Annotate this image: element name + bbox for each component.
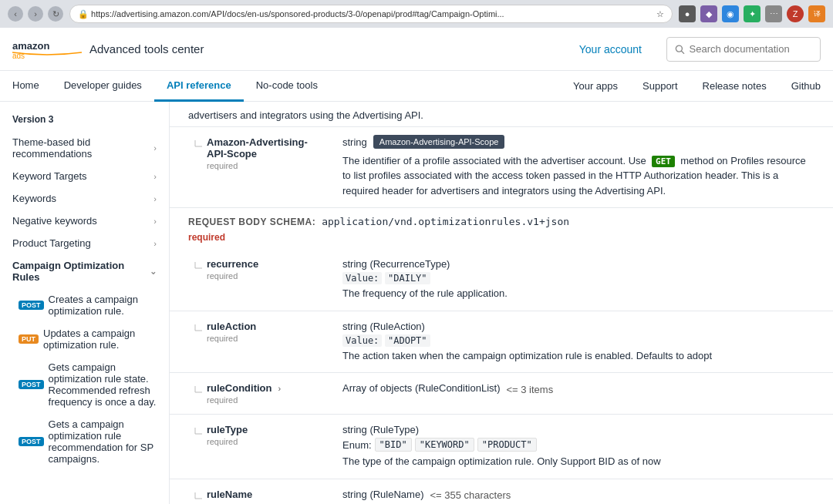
sidebar-item-label: Theme-based bid recommendations [12,136,153,160]
tab-api-reference[interactable]: API reference [154,71,244,102]
rule-action-name-group: ruleAction required [207,321,256,343]
sidebar-item-keywords[interactable]: Keywords › [0,187,169,210]
field-name-group: Amazon-Advertising-API-Scope required [207,136,324,170]
nav-support[interactable]: Support [630,71,690,102]
lock-icon: 🔒 [78,9,89,19]
bookmark-icon: ☆ [656,9,664,19]
expand-icon[interactable]: › [278,384,282,393]
field-left-api-scope: Amazon-Advertising-API-Scope required [170,127,324,208]
rule-name-field-left: ruleName [170,479,324,505]
sidebar-item-label: Campaign Optimization Rules [12,260,150,283]
sidebar: Version 3 Theme-based bid recommendation… [0,102,170,504]
rule-type-name-group: ruleType required [207,424,248,446]
rule-action-field-left: ruleAction required [170,311,324,373]
main-layout: Version 3 Theme-based bid recommendation… [0,102,833,504]
nav-tabs: Home Developer guides API reference No-c… [0,71,833,102]
connector-icon [188,321,202,337]
rule-action-field-right: string (RuleAction) Value: "ADOPT" The a… [324,311,833,373]
field-required: required [207,395,281,405]
sidebar-item-keyword-targets[interactable]: Keyword Targets › [0,165,169,187]
field-type: Array of objects (RuleConditionList) [342,382,500,394]
sidebar-item-campaign-optimization[interactable]: Campaign Optimization Rules ⌄ [0,254,169,288]
connector-icon [188,136,202,153]
svg-text:amazon: amazon [12,40,49,52]
field-type: string (RuleName) [342,489,423,500]
search-box[interactable] [666,37,821,62]
recurrence-field-left: recurrence required [170,249,324,311]
forward-button[interactable]: › [28,6,43,22]
request-body-header: REQUEST BODY SCHEMA: application/vnd.opt… [170,208,833,232]
sub-item-label: Creates a campaign optimization rule. [49,294,157,317]
tab-no-code-tools[interactable]: No-code tools [244,71,330,102]
translate-icon[interactable]: 译 [808,5,825,22]
field-desc: The frequency of the rule application. [342,286,814,301]
constraint-label: <= 3 items [506,384,553,395]
tab-home[interactable]: Home [0,71,52,102]
req-body-required: required [188,232,814,243]
rule-condition-field-right: Array of objects (RuleConditionList) <= … [324,373,833,414]
req-body-label: REQUEST BODY SCHEMA: [188,217,315,227]
field-name: ruleName [207,489,252,500]
sidebar-sub-updates-rule[interactable]: PUT Updates a campaign optimization rule… [0,322,169,356]
sidebar-sub-gets-rule-state[interactable]: POST Gets campaign optimization rule sta… [0,356,169,413]
url-bar[interactable]: 🔒 https://advertising.amazon.com/API/doc… [69,5,673,23]
nav-github[interactable]: Github [779,71,833,102]
logo-area: amazon ads Advanced tools center [12,39,204,60]
url-text: https://advertising.amazon.com/API/docs/… [91,9,504,18]
sidebar-item-label: Negative keywords [12,215,97,227]
sub-item-label: Gets a campaign optimization rule recomm… [49,418,157,465]
reload-button[interactable]: ↻ [48,6,63,22]
rule-condition-field-left: ruleCondition › required [170,373,324,414]
ext-1[interactable]: ● [679,5,696,22]
field-required: required [207,161,324,170]
field-desc: The action taken when the campaign optim… [342,348,814,364]
enum-label: Enum: [342,439,372,451]
sub-item-label: Updates a campaign optimization rule. [43,328,157,351]
chevron-right-icon: › [153,172,157,181]
value-badge: "DAILY" [385,272,430,284]
api-scope-field-row: Amazon-Advertising-API-Scope required st… [170,127,833,209]
nav-your-apps[interactable]: Your apps [561,71,630,102]
sidebar-sub-gets-rule-recommendation[interactable]: POST Gets a campaign optimization rule r… [0,413,169,470]
recurrence-name-group: recurrence required [207,258,258,281]
rule-type-field-row: ruleType required string (RuleType) Enum… [170,415,833,479]
field-value: Value: "DAILY" [342,272,814,284]
rule-name-name-group: ruleName [207,489,252,500]
connector-icon [188,424,202,440]
sidebar-version: Version 3 [0,108,169,131]
svg-line-3 [682,51,684,53]
field-name: ruleType [207,424,248,435]
tab-developer-guides[interactable]: Developer guides [52,71,154,102]
profile-icon[interactable]: Z [787,5,804,22]
ext-5[interactable]: ⋯ [765,5,782,22]
sidebar-sub-creates-rule[interactable]: POST Creates a campaign optimization rul… [0,288,169,322]
search-input[interactable] [690,43,812,55]
field-value: Value: "ADOPT" [342,334,814,346]
sidebar-item-label: Keyword Targets [12,170,87,182]
field-name: recurrence [207,258,258,270]
constraint-label: <= 355 characters [430,489,511,501]
nav-release-notes[interactable]: Release notes [690,71,779,102]
browser-controls: ‹ › ↻ [8,6,63,22]
ext-4[interactable]: ✦ [744,5,760,22]
field-enum: Enum: "BID" "KEYWORD" "PRODUCT" [342,438,814,452]
sidebar-item-product-targeting[interactable]: Product Targeting › [0,232,169,254]
back-button[interactable]: ‹ [8,6,23,22]
field-right-api-scope: string Amazon-Advertising-API-Scope The … [324,127,833,208]
rule-name-field-right: string (RuleName) <= 355 characters The … [324,479,833,505]
field-desc: The type of the campaign optimization ru… [342,454,814,469]
sidebar-item-negative-keywords[interactable]: Negative keywords › [0,210,169,232]
ext-2[interactable]: ◆ [700,5,717,22]
account-link[interactable]: Your account [579,43,642,55]
sidebar-item-theme-bid[interactable]: Theme-based bid recommendations › [0,131,169,165]
sub-item-label: Gets campaign optimization rule state. R… [49,361,157,408]
field-name: ruleAction [207,321,256,332]
recurrence-field-right: string (RecurrenceType) Value: "DAILY" T… [324,249,833,311]
chevron-down-icon: ⌄ [150,267,157,277]
content-area: advertisers and integrators using the Ad… [170,102,833,504]
connector-icon [188,258,202,274]
enum-bid: "BID" [375,438,412,452]
ext-3[interactable]: ◉ [722,5,739,22]
connector-icon [188,489,202,505]
post-badge: POST [19,437,44,446]
